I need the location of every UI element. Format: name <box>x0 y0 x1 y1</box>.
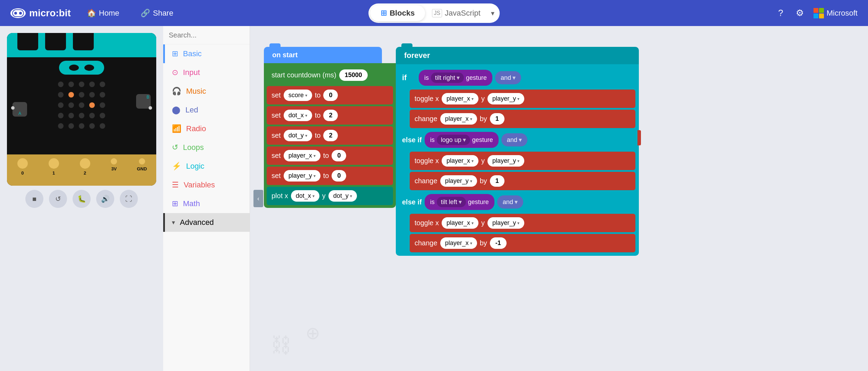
set-score-block[interactable]: set score ▾ to 0 <box>267 86 393 104</box>
set-doty-block[interactable]: set dot_y ▾ to 2 <box>267 126 393 145</box>
and-block-3[interactable]: and ▾ <box>497 195 523 209</box>
and-dropdown-3[interactable]: ▾ <box>515 198 518 206</box>
restart-button[interactable]: ↺ <box>49 190 67 208</box>
change-x-value-3[interactable]: -1 <box>490 237 507 249</box>
change-block-3[interactable]: change player_x ▾ by -1 <box>410 234 635 252</box>
set-playery-block[interactable]: set player_y ▾ to 0 <box>267 167 393 185</box>
led-3-4 <box>100 113 105 118</box>
doty-dropdown[interactable]: dot_y ▾ <box>284 130 312 141</box>
change-block-2[interactable]: change player_y ▾ by 1 <box>410 172 635 190</box>
header: micro:bit 🏠 Home 🔗 Share ⊞ Blocks JS Jav… <box>0 0 868 26</box>
playery-value[interactable]: 0 <box>332 170 346 182</box>
simulator-panel: A B 0 1 2 <box>0 26 163 371</box>
toolbox-input[interactable]: ⊙ Input <box>163 63 250 82</box>
button-a[interactable]: A <box>12 102 27 117</box>
fullscreen-button[interactable]: ⛶ <box>120 190 138 208</box>
playery-dropdown[interactable]: player_y ▾ <box>284 170 320 182</box>
plot-y-dropdown[interactable]: dot_y ▾ <box>328 190 357 202</box>
toggle-y-label-1: y <box>481 95 485 103</box>
and-block-1[interactable]: and ▾ <box>495 71 521 84</box>
condition-tilt-left[interactable]: is tilt left ▾ gesture <box>425 194 494 210</box>
toggle-y-label-2: y <box>481 157 485 165</box>
toolbox-advanced[interactable]: ▾ Advanced <box>163 213 250 232</box>
plot-block[interactable]: plot x dot_x ▾ y dot_y ▾ <box>267 187 393 205</box>
toggle-y-dropdown-2[interactable]: player_y ▾ <box>487 155 524 167</box>
led-4-3 <box>89 123 95 129</box>
change-label-1: change <box>415 115 437 123</box>
gesture-label-1: gesture <box>466 74 487 82</box>
home-button[interactable]: 🏠 Home <box>81 6 125 20</box>
sound-button[interactable]: 🔊 <box>96 190 114 208</box>
condition-tilt-right[interactable]: is tilt right ▾ gesture <box>419 70 492 86</box>
is-label-3: is <box>430 199 435 206</box>
led-2-1 <box>68 102 74 108</box>
toolbox-math[interactable]: ⊞ Math <box>163 194 250 213</box>
on-start-hat[interactable]: on start <box>264 47 382 63</box>
and-dropdown-1[interactable]: ▾ <box>512 74 516 82</box>
toggle-block-1[interactable]: toggle x player_x ▾ y player_y ▾ <box>410 90 635 108</box>
toggle-y-dropdown-1[interactable]: player_y ▾ <box>487 93 524 104</box>
change-y-dropdown-2[interactable]: player_y ▾ <box>440 175 477 187</box>
toolbox-collapse-toggle[interactable]: ‹ <box>253 190 263 207</box>
help-button[interactable]: ? <box>775 5 786 21</box>
playerx-value[interactable]: 0 <box>332 150 346 161</box>
change-x-dropdown-3[interactable]: player_x ▾ <box>440 237 477 249</box>
playerx-dropdown[interactable]: player_x ▾ <box>284 150 320 161</box>
change-x-dropdown-1[interactable]: player_x ▾ <box>440 113 477 125</box>
score-dropdown[interactable]: score ▾ <box>284 90 312 101</box>
countdown-value[interactable]: 15000 <box>339 69 368 81</box>
toolbox-led[interactable]: ⬤ Led <box>163 101 250 119</box>
toggle-x-dropdown-1[interactable]: player_x ▾ <box>442 93 478 104</box>
is-label-1: is <box>424 74 429 82</box>
microbit-notch-right <box>45 33 66 50</box>
countdown-block[interactable]: start countdown (ms) 15000 <box>267 66 393 84</box>
doty-value[interactable]: 2 <box>323 130 338 141</box>
tilt-left-dropdown[interactable]: tilt left ▾ <box>437 197 466 207</box>
set-dotx-block[interactable]: set dot_x ▾ to 2 <box>267 106 393 125</box>
led-1-4 <box>100 92 105 98</box>
forever-hat[interactable]: forever <box>396 47 639 64</box>
change-y-value-2[interactable]: 1 <box>490 175 504 187</box>
toggle-x-dropdown-3[interactable]: player_x ▾ <box>442 217 478 229</box>
toolbox-music[interactable]: 🎧 Music <box>163 82 250 101</box>
on-start-stack: start countdown (ms) 15000 set score ▾ t… <box>264 63 396 208</box>
to-label-playerx: to <box>323 152 329 160</box>
condition-logo-up[interactable]: is logo up ▾ gesture <box>425 132 499 148</box>
mode-chevron[interactable]: ▾ <box>487 6 498 21</box>
toggle-block-2[interactable]: toggle x player_x ▾ y player_y ▾ <box>410 152 635 170</box>
main-area: A B 0 1 2 <box>0 26 868 371</box>
settings-button[interactable]: ⚙ <box>793 5 807 21</box>
search-input[interactable] <box>169 31 257 39</box>
toolbox-loops[interactable]: ↺ Loops <box>163 138 250 157</box>
share-button[interactable]: 🔗 Share <box>135 6 179 20</box>
toolbox-variables[interactable]: ☰ Variables <box>163 176 250 194</box>
toggle-x-dropdown-2[interactable]: player_x ▾ <box>442 155 478 167</box>
set-playerx-block[interactable]: set player_x ▾ to 0 <box>267 146 393 165</box>
blocks-tab[interactable]: ⊞ Blocks <box>370 5 425 21</box>
svg-point-1 <box>14 12 17 15</box>
change-block-1[interactable]: change player_x ▾ by 1 <box>410 110 635 128</box>
if-actions-3: toggle x player_x ▾ y player_y ▾ change … <box>410 214 635 252</box>
javascript-tab[interactable]: JS JavaScript <box>425 5 487 21</box>
and-dropdown-2[interactable]: ▾ <box>519 136 522 144</box>
debug-button[interactable]: 🐛 <box>73 190 91 208</box>
toolbox-basic[interactable]: ⊞ Basic <box>163 44 250 63</box>
plot-x-dropdown[interactable]: dot_x ▾ <box>291 190 319 202</box>
score-value[interactable]: 0 <box>323 90 338 101</box>
toolbox-logic[interactable]: ⚡ Logic <box>163 157 250 176</box>
toolbox-radio[interactable]: 📶 Radio <box>163 119 250 138</box>
stop-button[interactable]: ■ <box>25 190 43 208</box>
and-block-2[interactable]: and ▾ <box>501 133 527 146</box>
change-x-value-1[interactable]: 1 <box>490 113 504 125</box>
canvas-area: ‹ on start start countdown (ms) 15000 se… <box>250 26 868 371</box>
dotx-dropdown[interactable]: dot_x ▾ <box>284 110 312 121</box>
radio-icon: 📶 <box>172 124 181 133</box>
music-icon: 🎧 <box>172 87 181 96</box>
tilt-right-dropdown[interactable]: tilt right ▾ <box>431 73 464 83</box>
logo-up-dropdown[interactable]: logo up ▾ <box>437 135 470 145</box>
toggle-y-dropdown-3[interactable]: player_y ▾ <box>487 217 524 229</box>
dotx-value[interactable]: 2 <box>323 110 338 121</box>
button-b[interactable]: B <box>136 94 151 109</box>
toggle-block-3[interactable]: toggle x player_x ▾ y player_y ▾ <box>410 214 635 232</box>
toggle-label-3: toggle x <box>415 219 439 227</box>
